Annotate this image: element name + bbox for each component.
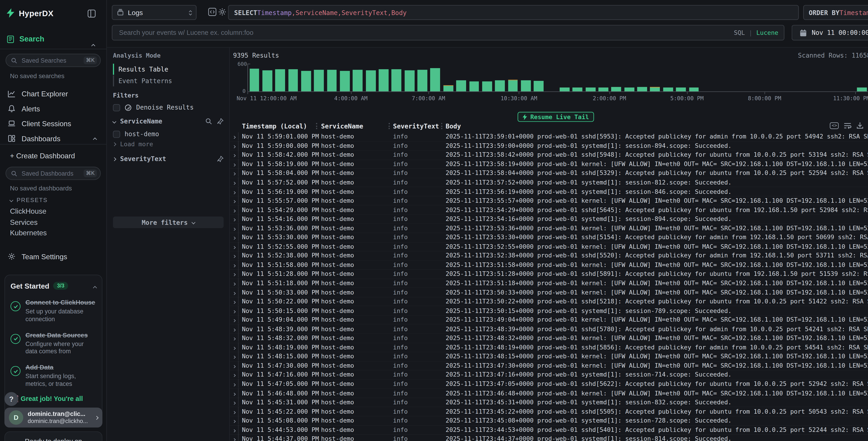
column-resize-handle[interactable] bbox=[389, 123, 390, 129]
histogram-bar[interactable] bbox=[443, 85, 453, 91]
get-started-step[interactable]: Add Data Start sending logs, metrics, or… bbox=[10, 362, 96, 388]
histogram-bar[interactable] bbox=[495, 80, 505, 91]
row-expand-chevron-icon[interactable] bbox=[233, 408, 236, 415]
row-expand-chevron-icon[interactable] bbox=[233, 362, 236, 370]
query-settings-button[interactable] bbox=[218, 8, 226, 18]
sidebar-collapse-button[interactable] bbox=[87, 9, 96, 20]
checkbox[interactable] bbox=[113, 130, 120, 138]
histogram-bar[interactable] bbox=[508, 80, 518, 91]
row-expand-chevron-icon[interactable] bbox=[233, 215, 236, 223]
user-menu[interactable]: D dominic.tran@clic... dominic.tran@clic… bbox=[4, 408, 102, 428]
histogram-bar[interactable] bbox=[340, 71, 350, 91]
row-expand-chevron-icon[interactable] bbox=[233, 436, 236, 441]
order-by-input[interactable]: ORDER BY TimestampTime DESC bbox=[803, 5, 868, 20]
date-range-picker[interactable]: Nov 11 00:00:00 - Nov 12 00:00:00 bbox=[792, 25, 868, 40]
filter-group-servicename[interactable]: ServiceName bbox=[113, 117, 224, 125]
row-expand-chevron-icon[interactable] bbox=[233, 426, 236, 434]
table-row[interactable]: Nov 11 5:58:04.000 PM host-demo info 202… bbox=[230, 169, 868, 178]
table-row[interactable]: Nov 11 5:46:48.000 PM host-demo info 202… bbox=[230, 389, 868, 398]
row-expand-chevron-icon[interactable] bbox=[233, 289, 236, 296]
sidebar-item-services[interactable]: Services bbox=[10, 218, 38, 227]
mode-results-table[interactable]: Results Table bbox=[113, 64, 218, 75]
chevron-up-icon[interactable] bbox=[93, 137, 97, 141]
row-expand-chevron-icon[interactable] bbox=[233, 151, 236, 159]
load-more-button[interactable]: Load more bbox=[113, 141, 153, 148]
col-header-severitytext[interactable]: SeverityText bbox=[393, 122, 439, 130]
row-expand-chevron-icon[interactable] bbox=[233, 234, 236, 241]
table-row[interactable]: Nov 11 5:58:19.000 PM host-demo info 202… bbox=[230, 160, 868, 169]
select-columns-input[interactable]: SELECT Timestamp,ServiceName,SeverityTex… bbox=[228, 5, 799, 20]
table-row[interactable]: Nov 11 5:58:42.000 PM host-demo info 202… bbox=[230, 151, 868, 160]
sidebar-item-chart-explorer[interactable]: Chart Explorer bbox=[0, 87, 106, 100]
table-row[interactable]: Nov 11 5:56:19.000 PM host-demo info 202… bbox=[230, 187, 868, 196]
histogram-bar[interactable] bbox=[249, 68, 259, 91]
histogram-bar[interactable] bbox=[417, 70, 427, 92]
row-expand-chevron-icon[interactable] bbox=[233, 271, 236, 278]
saved-dashboards-input[interactable] bbox=[21, 170, 81, 177]
histogram-bar[interactable] bbox=[314, 70, 324, 91]
row-expand-chevron-icon[interactable] bbox=[233, 389, 236, 397]
table-row[interactable]: Nov 11 5:50:22.000 PM host-demo info 202… bbox=[230, 297, 868, 306]
table-row[interactable]: Nov 11 5:57:52.000 PM host-demo info 202… bbox=[230, 178, 868, 187]
table-row[interactable]: Nov 11 5:47:16.000 PM host-demo info 202… bbox=[230, 371, 868, 380]
row-expand-chevron-icon[interactable] bbox=[233, 344, 236, 351]
row-expand-chevron-icon[interactable] bbox=[233, 325, 236, 333]
col-header-servicename[interactable]: ServiceName bbox=[321, 122, 363, 130]
sidebar-item-kubernetes[interactable]: Kubernetes bbox=[10, 229, 47, 237]
histogram-bar[interactable] bbox=[676, 88, 686, 91]
histogram-bar[interactable] bbox=[598, 87, 608, 91]
table-row[interactable]: Nov 11 5:52:55.000 PM host-demo info 202… bbox=[230, 242, 868, 252]
histogram-bar[interactable] bbox=[288, 69, 298, 91]
source-select[interactable]: Logs bbox=[112, 5, 196, 20]
row-expand-chevron-icon[interactable] bbox=[233, 252, 236, 260]
lang-toggle-lucene[interactable]: Lucene bbox=[756, 29, 778, 36]
histogram-bar[interactable] bbox=[469, 81, 479, 92]
histogram-bar[interactable] bbox=[275, 69, 285, 91]
table-row[interactable]: Nov 11 5:48:39.000 PM host-demo info 202… bbox=[230, 325, 868, 334]
checkbox[interactable] bbox=[113, 104, 120, 111]
histogram-bar[interactable] bbox=[637, 87, 647, 92]
histogram-bar[interactable] bbox=[650, 87, 660, 91]
column-resize-handle[interactable] bbox=[441, 123, 442, 129]
sidebar-item-dashboards[interactable]: Dashboards bbox=[0, 132, 106, 145]
table-row[interactable]: Nov 11 5:47:30.000 PM host-demo info 202… bbox=[230, 361, 868, 371]
saved-dashboards-search[interactable]: ⌘K bbox=[5, 167, 101, 180]
mode-event-patterns[interactable]: Event Patterns bbox=[113, 76, 218, 87]
row-expand-chevron-icon[interactable] bbox=[233, 334, 236, 342]
row-expand-chevron-icon[interactable] bbox=[233, 179, 236, 186]
table-row[interactable]: Nov 11 5:59:01.000 PM host-demo info 202… bbox=[230, 133, 868, 142]
sidebar-item-search[interactable]: Search bbox=[7, 35, 44, 43]
denoise-results-toggle[interactable]: Denoise Results bbox=[113, 104, 194, 111]
row-expand-chevron-icon[interactable] bbox=[233, 133, 236, 140]
row-expand-chevron-icon[interactable] bbox=[233, 353, 236, 360]
table-row[interactable]: Nov 11 5:53:36.000 PM host-demo info 202… bbox=[230, 224, 868, 233]
app-logo[interactable]: HyperDX bbox=[7, 8, 54, 18]
create-dashboard-button[interactable]: + Create Dashboard bbox=[10, 152, 75, 160]
row-expand-chevron-icon[interactable] bbox=[233, 307, 236, 314]
table-row[interactable]: Nov 11 5:48:32.000 PM host-demo info 202… bbox=[230, 334, 868, 343]
table-row[interactable]: Nov 11 5:48:19.000 PM host-demo info 202… bbox=[230, 343, 868, 352]
more-filters-button[interactable]: More filters bbox=[113, 217, 224, 228]
column-resize-handle[interactable] bbox=[316, 123, 317, 129]
row-expand-chevron-icon[interactable] bbox=[233, 280, 236, 287]
sql-editor-toggle-button[interactable] bbox=[208, 8, 216, 18]
row-expand-chevron-icon[interactable] bbox=[233, 142, 236, 149]
pin-icon[interactable] bbox=[217, 155, 224, 162]
row-expand-chevron-icon[interactable] bbox=[233, 170, 236, 177]
chevron-up-icon[interactable] bbox=[93, 286, 97, 290]
table-row[interactable]: Nov 11 5:50:15.000 PM host-demo info 202… bbox=[230, 306, 868, 316]
chevron-up-icon[interactable] bbox=[91, 44, 95, 48]
resume-live-tail-button[interactable]: Resume Live Tail bbox=[518, 112, 594, 122]
table-row[interactable]: Nov 11 5:48:15.000 PM host-demo info 202… bbox=[230, 352, 868, 361]
sidebar-item-clickhouse[interactable]: ClickHouse bbox=[10, 207, 46, 215]
table-row[interactable]: Nov 11 5:45:31.000 PM host-demo info 202… bbox=[230, 398, 868, 407]
saved-searches-input[interactable] bbox=[21, 57, 81, 64]
row-expand-chevron-icon[interactable] bbox=[233, 380, 236, 388]
filter-value-host-demo[interactable]: host-demo bbox=[113, 130, 159, 138]
row-expand-chevron-icon[interactable] bbox=[233, 225, 236, 232]
table-row[interactable]: Nov 11 5:51:28.000 PM host-demo info 202… bbox=[230, 270, 868, 279]
histogram-bar[interactable] bbox=[560, 87, 569, 91]
histogram-bar[interactable] bbox=[573, 88, 583, 92]
row-expand-chevron-icon[interactable] bbox=[233, 197, 236, 205]
histogram-bar[interactable] bbox=[857, 87, 867, 91]
